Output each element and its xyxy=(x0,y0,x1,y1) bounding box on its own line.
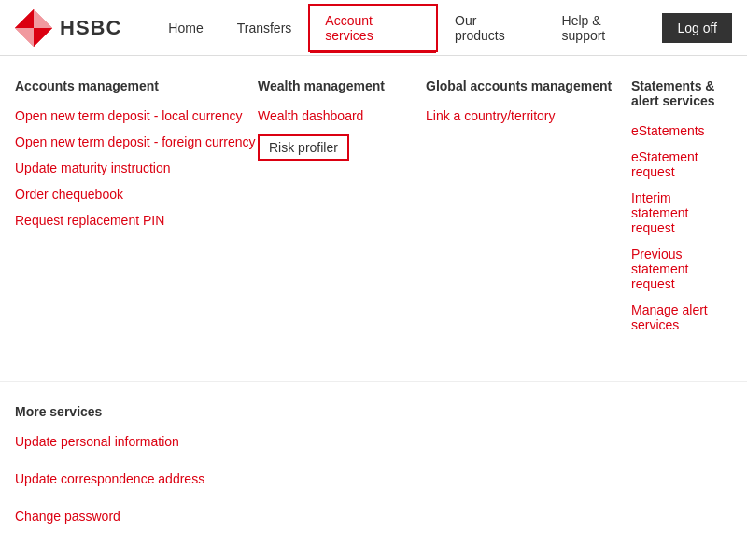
nav-item-our-products[interactable]: Our products xyxy=(438,0,545,56)
link-risk-profiler[interactable]: Risk profiler xyxy=(258,134,349,161)
link-update-correspondence[interactable]: Update correspondence address xyxy=(15,471,732,486)
link-open-term-deposit-foreign[interactable]: Open new term deposit - foreign currency xyxy=(15,134,258,149)
global-accounts-section: Global accounts management Link a countr… xyxy=(426,78,631,343)
link-estatements[interactable]: eStatements xyxy=(631,123,732,138)
nav-item-transfers[interactable]: Transfers xyxy=(220,0,309,56)
link-order-chequebook[interactable]: Order chequebook xyxy=(15,187,258,202)
link-interim-statement[interactable]: Interim statement request xyxy=(631,190,732,235)
link-estatement-request[interactable]: eStatement request xyxy=(631,149,732,179)
svg-marker-3 xyxy=(15,9,34,28)
link-change-password[interactable]: Change password xyxy=(15,509,732,524)
link-country-territory[interactable]: Link a country/territory xyxy=(426,108,631,123)
hsbc-brand-text: HSBC xyxy=(60,16,121,40)
accounts-management-title: Accounts management xyxy=(15,78,258,93)
svg-marker-2 xyxy=(15,28,34,47)
nav-item-home[interactable]: Home xyxy=(151,0,219,56)
link-update-maturity[interactable]: Update maturity instruction xyxy=(15,161,258,175)
link-open-term-deposit-local[interactable]: Open new term deposit - local currency xyxy=(15,108,258,123)
statements-section: Statements & alert services eStatements … xyxy=(631,78,732,343)
hsbc-logo-icon xyxy=(15,9,52,47)
svg-marker-4 xyxy=(34,28,52,47)
link-manage-alert-services[interactable]: Manage alert services xyxy=(631,302,732,332)
svg-marker-1 xyxy=(34,9,52,28)
more-services-area: More services Update personal informatio… xyxy=(0,382,747,560)
dropdown-menu: Accounts management Open new term deposi… xyxy=(0,56,747,382)
main-nav: Home Transfers Account services Our prod… xyxy=(151,0,662,56)
header: HSBC Home Transfers Account services Our… xyxy=(0,0,747,56)
nav-item-help-support[interactable]: Help & support xyxy=(545,0,663,56)
more-services-title: More services xyxy=(15,404,732,419)
wealth-management-section: Wealth management Wealth dashboard Risk … xyxy=(258,78,426,343)
wealth-management-title: Wealth management xyxy=(258,78,426,93)
global-accounts-title: Global accounts management xyxy=(426,78,631,93)
dropdown-grid: Accounts management Open new term deposi… xyxy=(15,78,732,343)
statements-title: Statements & alert services xyxy=(631,78,732,108)
more-services-links: Update personal information Update corre… xyxy=(15,434,732,535)
nav-item-account-services[interactable]: Account services xyxy=(308,4,438,52)
link-wealth-dashboard[interactable]: Wealth dashboard xyxy=(258,108,426,123)
accounts-management-section: Accounts management Open new term deposi… xyxy=(15,78,258,343)
link-update-personal-info[interactable]: Update personal information xyxy=(15,434,732,449)
log-off-button[interactable]: Log off xyxy=(662,13,732,43)
link-request-replacement-pin[interactable]: Request replacement PIN xyxy=(15,213,258,228)
link-previous-statement[interactable]: Previous statement request xyxy=(631,246,732,291)
logo-area: HSBC xyxy=(15,9,121,47)
